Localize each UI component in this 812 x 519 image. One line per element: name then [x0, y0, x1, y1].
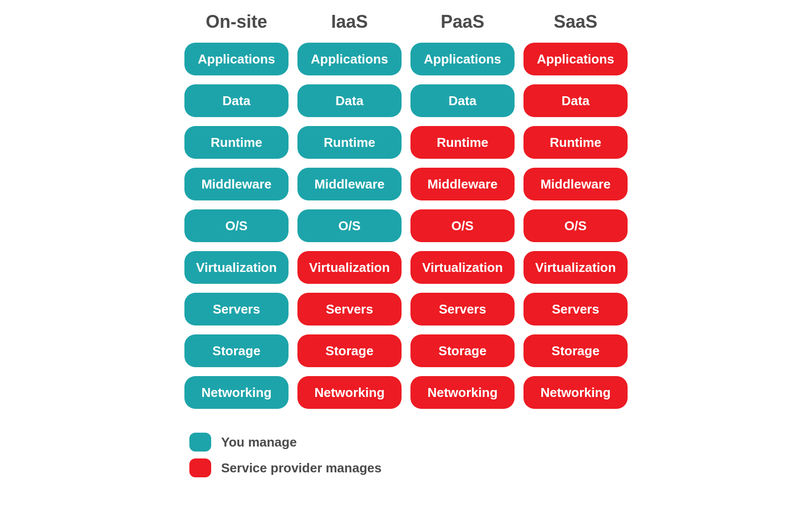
layer-pill: Data [184, 84, 289, 117]
legend-label-provider: Service provider manages [221, 460, 382, 476]
layer-pill: O/S [523, 209, 628, 242]
legend-label-you: You manage [221, 435, 297, 450]
layer-pill: O/S [297, 209, 402, 242]
layer-pill: Runtime [184, 126, 289, 159]
column-header: On-site [206, 10, 267, 34]
layer-pill: Data [297, 84, 402, 117]
layer-pill: Virtualization [184, 251, 289, 284]
layer-pill: Servers [184, 293, 289, 325]
layer-pill: Middleware [184, 168, 289, 200]
layer-pill: Middleware [410, 168, 515, 200]
layer-pill: Networking [297, 376, 402, 409]
layer-pill: Virtualization [297, 251, 402, 284]
layer-pill: Networking [523, 376, 628, 409]
layer-pill: Runtime [410, 126, 515, 159]
layer-pill: Runtime [523, 126, 628, 159]
layer-pill: Data [523, 84, 628, 117]
column-on-site: On-siteApplicationsDataRuntimeMiddleware… [184, 10, 289, 418]
layer-pill: Networking [410, 376, 515, 409]
column-header: SaaS [554, 10, 597, 34]
column-header: IaaS [331, 10, 368, 34]
model-grid: On-siteApplicationsDataRuntimeMiddleware… [184, 10, 628, 418]
layer-pill: Servers [297, 293, 402, 325]
legend-swatch-provider [189, 458, 211, 477]
layer-pill: Virtualization [410, 251, 515, 284]
column-header: PaaS [441, 10, 484, 34]
column-iaas: IaaSApplicationsDataRuntimeMiddlewareO/S… [297, 10, 402, 418]
column-saas: SaaSApplicationsDataRuntimeMiddlewareO/S… [523, 10, 628, 418]
cloud-service-models-diagram: On-siteApplicationsDataRuntimeMiddleware… [184, 10, 628, 477]
layer-pill: Servers [523, 293, 628, 325]
layer-pill: Storage [297, 334, 402, 367]
layer-pill: Storage [523, 334, 628, 367]
layer-pill: Virtualization [523, 251, 628, 284]
layer-pill: O/S [410, 209, 515, 242]
layer-pill: Applications [297, 43, 402, 75]
legend-row-you: You manage [189, 433, 382, 452]
layer-pill: O/S [184, 209, 289, 242]
layer-pill: Storage [184, 334, 289, 367]
layer-pill: Applications [523, 43, 628, 75]
layer-pill: Networking [184, 376, 289, 409]
legend: You manage Service provider manages [189, 433, 382, 477]
column-paas: PaaSApplicationsDataRuntimeMiddlewareO/S… [410, 10, 515, 418]
layer-pill: Data [410, 84, 515, 117]
layer-pill: Applications [184, 43, 289, 75]
legend-row-provider: Service provider manages [189, 458, 382, 477]
layer-pill: Middleware [523, 168, 628, 200]
legend-swatch-you [189, 433, 211, 452]
layer-pill: Applications [410, 43, 515, 75]
layer-pill: Middleware [297, 168, 402, 200]
layer-pill: Storage [410, 334, 515, 367]
layer-pill: Servers [410, 293, 515, 325]
layer-pill: Runtime [297, 126, 402, 159]
